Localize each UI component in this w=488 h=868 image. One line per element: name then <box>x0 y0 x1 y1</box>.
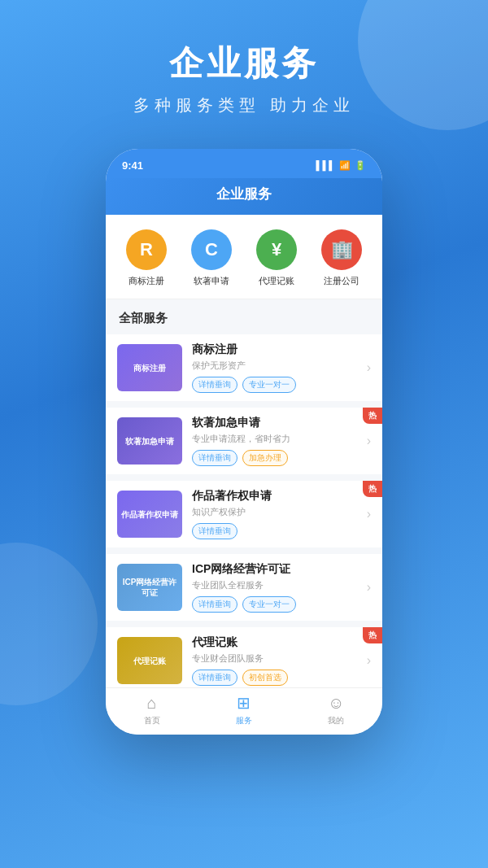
tag-detail-4: 详情垂询 <box>192 596 237 613</box>
service-tags-software: 详情垂询 加急办理 <box>192 450 362 466</box>
software-icon-label: 软著申请 <box>194 275 229 287</box>
company-icon-label: 注册公司 <box>324 275 359 287</box>
company-icon-circle: 🏢 <box>321 229 362 270</box>
status-icons: ▌▌▌ 📶 🔋 <box>316 160 366 171</box>
profile-icon: ☺ <box>328 694 344 713</box>
quick-icon-trademark[interactable]: R 商标注册 <box>126 229 167 287</box>
tag-professional-2: 专业一对一 <box>242 596 296 613</box>
home-icon: ⌂ <box>147 694 157 713</box>
service-desc-icp: 专业团队全程服务 <box>192 579 362 591</box>
services-icon: ⊞ <box>237 693 251 713</box>
tag-professional-1: 专业一对一 <box>242 377 296 393</box>
quick-icon-agent[interactable]: ¥ 代理记账 <box>256 229 297 287</box>
nav-label-home: 首页 <box>144 715 160 726</box>
hot-badge-bookkeeping: 热 <box>363 627 382 643</box>
hot-badge-copyright: 热 <box>363 481 382 497</box>
tag-urgent: 加急办理 <box>242 450 288 466</box>
service-thumbnail-bookkeeping: 代理记账 <box>117 637 182 684</box>
service-name-copyright: 作品著作权申请 <box>192 489 362 504</box>
subtitle: 多种服务类型 助力企业 <box>0 94 488 116</box>
service-desc-software: 专业申请流程，省时省力 <box>192 433 362 445</box>
trademark-icon-circle: R <box>126 229 167 270</box>
service-item-trademark[interactable]: 商标注册 商标注册 保护无形资产 详情垂询 专业一对一 › <box>106 334 382 401</box>
service-name-software: 软著加急申请 <box>192 416 362 430</box>
status-bar: 9:41 ▌▌▌ 📶 🔋 <box>106 149 382 178</box>
app-header: 企业服务 <box>106 178 382 215</box>
agent-icon-circle: ¥ <box>256 229 297 270</box>
chevron-icp: › <box>367 580 371 595</box>
bg-decoration-circle-bottom <box>0 543 98 705</box>
service-name-icp: ICP网络经营许可证 <box>192 562 362 577</box>
main-title: 企业服务 <box>0 41 488 86</box>
nav-item-profile[interactable]: ☺ 我的 <box>328 694 344 726</box>
services-section: 全部服务 商标注册 商标注册 保护无形资产 详情垂询 专业一对一 › 热 软著加… <box>106 299 382 687</box>
signal-icon: ▌▌▌ <box>316 160 335 170</box>
service-tags-icp: 详情垂询 专业一对一 <box>192 596 362 613</box>
service-desc-copyright: 知识产权保护 <box>192 506 362 518</box>
service-thumbnail-software: 软著加急申请 <box>117 417 182 465</box>
quick-icon-software[interactable]: C 软著申请 <box>191 229 232 287</box>
nav-label-profile: 我的 <box>328 715 344 726</box>
quick-icon-company[interactable]: 🏢 注册公司 <box>321 229 362 287</box>
service-info-trademark: 商标注册 保护无形资产 详情垂询 专业一对一 <box>192 342 362 393</box>
status-time: 9:41 <box>122 159 143 172</box>
service-item-copyright[interactable]: 热 作品著作权申请 作品著作权申请 知识产权保护 详情垂询 › <box>106 481 382 547</box>
service-tags-bookkeeping: 详情垂询 初创首选 <box>192 670 362 686</box>
service-desc-bookkeeping: 专业财会团队服务 <box>192 652 362 665</box>
tag-detail-5: 详情垂询 <box>192 670 237 686</box>
chevron-copyright: › <box>367 507 371 521</box>
wifi-icon: 📶 <box>339 160 351 171</box>
chevron-software: › <box>367 434 371 448</box>
service-thumbnail-trademark: 商标注册 <box>117 344 182 391</box>
service-name-trademark: 商标注册 <box>192 342 362 357</box>
service-item-icp[interactable]: ICP网络经营许可证 ICP网络经营许可证 专业团队全程服务 详情垂询 专业一对… <box>106 554 382 621</box>
chevron-trademark: › <box>367 360 371 375</box>
header-section: 企业服务 多种服务类型 助力企业 <box>0 0 488 141</box>
service-info-icp: ICP网络经营许可证 专业团队全程服务 详情垂询 专业一对一 <box>192 562 362 613</box>
quick-icons-row: R 商标注册 C 软著申请 ¥ 代理记账 🏢 注册公司 <box>106 215 382 299</box>
bottom-nav: ⌂ 首页 ⊞ 服务 ☺ 我的 <box>106 687 382 735</box>
service-item-bookkeeping[interactable]: 热 代理记账 代理记账 专业财会团队服务 详情垂询 初创首选 › <box>106 627 382 687</box>
service-name-bookkeeping: 代理记账 <box>192 635 362 650</box>
software-icon-circle: C <box>191 229 232 270</box>
service-tags-trademark: 详情垂询 专业一对一 <box>192 377 362 393</box>
nav-item-home[interactable]: ⌂ 首页 <box>144 694 160 726</box>
service-thumbnail-copyright: 作品著作权申请 <box>117 491 182 538</box>
nav-item-services[interactable]: ⊞ 服务 <box>236 693 252 726</box>
tag-detail-3: 详情垂询 <box>192 523 237 539</box>
battery-icon: 🔋 <box>355 160 366 171</box>
section-title: 全部服务 <box>106 299 382 334</box>
service-info-bookkeeping: 代理记账 专业财会团队服务 详情垂询 初创首选 <box>192 635 362 686</box>
service-desc-trademark: 保护无形资产 <box>192 360 362 372</box>
service-info-software: 软著加急申请 专业申请流程，省时省力 详情垂询 加急办理 <box>192 416 362 466</box>
tag-startup: 初创首选 <box>242 670 288 686</box>
chevron-bookkeeping: › <box>367 653 371 668</box>
service-item-software[interactable]: 热 软著加急申请 软著加急申请 专业申请流程，省时省力 详情垂询 加急办理 › <box>106 408 382 474</box>
hot-badge-software: 热 <box>363 408 382 424</box>
phone-mockup: 9:41 ▌▌▌ 📶 🔋 企业服务 R 商标注册 C 软著申请 ¥ 代理记账 🏢… <box>106 149 382 735</box>
tag-detail-1: 详情垂询 <box>192 377 237 393</box>
service-thumbnail-icp: ICP网络经营许可证 <box>117 564 182 611</box>
tag-detail-2: 详情垂询 <box>192 450 237 466</box>
service-info-copyright: 作品著作权申请 知识产权保护 详情垂询 <box>192 489 362 539</box>
trademark-icon-label: 商标注册 <box>129 275 164 287</box>
nav-label-services: 服务 <box>236 715 252 726</box>
app-header-title: 企业服务 <box>216 186 272 202</box>
service-tags-copyright: 详情垂询 <box>192 523 362 539</box>
agent-icon-label: 代理记账 <box>259 275 294 287</box>
